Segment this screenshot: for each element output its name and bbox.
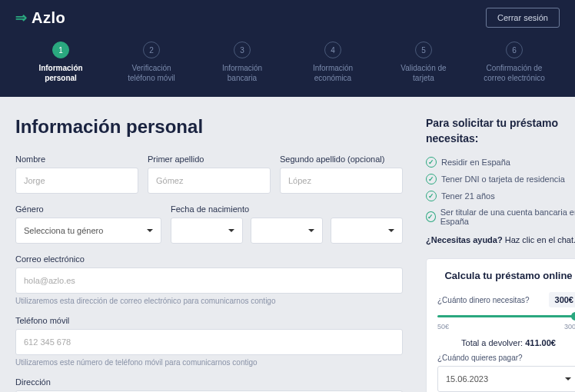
page-title: Información personal: [15, 116, 403, 138]
amount-value: 300€: [549, 292, 575, 307]
step-circle: 1: [52, 42, 69, 58]
genero-select[interactable]: Selecciona tu género: [15, 218, 161, 244]
check-icon: ✓: [426, 191, 437, 201]
apellido1-input[interactable]: [148, 168, 271, 194]
step-label: Información personal: [30, 63, 91, 83]
logo-text: Azlo: [32, 9, 65, 27]
step-label: Confirmación de correo electrónico: [484, 63, 545, 83]
step-label: Validación de tarjeta: [393, 63, 454, 83]
step-1[interactable]: 1 Información personal: [15, 42, 106, 83]
check-icon: ✓: [426, 211, 436, 222]
fecha-label: Fecha de nacimiento: [171, 204, 403, 214]
direccion-label: Dirección: [15, 377, 403, 387]
stepper: 1 Información personal 2 Verificación te…: [0, 35, 575, 97]
step-circle: 4: [324, 42, 341, 58]
fecha-month-select[interactable]: [251, 218, 323, 244]
pay-date-select[interactable]: 15.06.2023: [437, 366, 575, 392]
loan-calculator: Calcula tu préstamo online ¿Cuánto diner…: [426, 258, 575, 392]
phone-label: Teléfono móvil: [15, 316, 403, 325]
step-circle: 6: [506, 42, 523, 58]
req-item: ✓Tener DNI o tarjeta de residencia: [426, 174, 575, 184]
nombre-label: Nombre: [15, 154, 138, 164]
step-4[interactable]: 4 Información económica: [288, 42, 378, 83]
help-text: ¿Necesitas ayuda? Haz clic en el chat.: [426, 235, 575, 244]
step-circle: 2: [143, 42, 160, 58]
apellido1-label: Primer apellido: [148, 154, 271, 164]
step-2[interactable]: 2 Verificación teléfono móvil: [106, 42, 197, 83]
step-label: Información bancaria: [211, 63, 273, 83]
step-circle: 3: [234, 42, 251, 58]
requirements-title: Para solicitar tu préstamo necesitas:: [426, 116, 575, 146]
step-label: Verificación teléfono móvil: [121, 63, 182, 83]
email-hint: Utilizaremos esta dirección de correo el…: [15, 297, 403, 305]
slider-thumb[interactable]: [571, 312, 575, 321]
phone-input[interactable]: [15, 329, 403, 355]
req-item: ✓Tener 21 años: [426, 191, 575, 201]
total-line: Total a devolver: 411.00€: [437, 338, 575, 347]
genero-label: Género: [15, 204, 161, 214]
check-icon: ✓: [426, 157, 437, 168]
apellido2-label: Segundo apellido (opcional): [280, 154, 403, 164]
nombre-input[interactable]: [15, 168, 138, 194]
logo: ⇒ Azlo: [15, 9, 65, 27]
step-6[interactable]: 6 Confirmación de correo electrónico: [469, 42, 560, 83]
step-5[interactable]: 5 Validación de tarjeta: [378, 42, 469, 83]
req-item: ✓Ser titular de una cuenta bancaria en E…: [426, 208, 575, 226]
calc-title: Calcula tu préstamo online: [437, 270, 575, 281]
phone-hint: Utilizaremos este número de teléfono móv…: [15, 358, 403, 367]
step-circle: 5: [415, 42, 432, 58]
slider-min: 50€: [437, 323, 449, 331]
email-label: Correo electrónico: [15, 254, 403, 264]
fecha-year-select[interactable]: [331, 218, 403, 244]
pay-question: ¿Cuándo quieres pagar?: [437, 354, 575, 362]
slider-max: 300€: [564, 323, 575, 331]
req-item: ✓Residir en España: [426, 157, 575, 168]
amount-question: ¿Cuánto dinero necesitas?: [437, 296, 530, 304]
apellido2-input[interactable]: [280, 168, 403, 194]
check-icon: ✓: [426, 174, 437, 184]
fecha-day-select[interactable]: [171, 218, 243, 244]
logo-icon: ⇒: [15, 9, 27, 26]
logout-button[interactable]: Cerrar sesión: [486, 8, 560, 28]
email-input[interactable]: [15, 267, 403, 294]
step-label: Información económica: [302, 63, 364, 83]
step-3[interactable]: 3 Información bancaria: [197, 42, 288, 83]
slider-track: [437, 315, 575, 317]
amount-slider[interactable]: [437, 312, 575, 321]
